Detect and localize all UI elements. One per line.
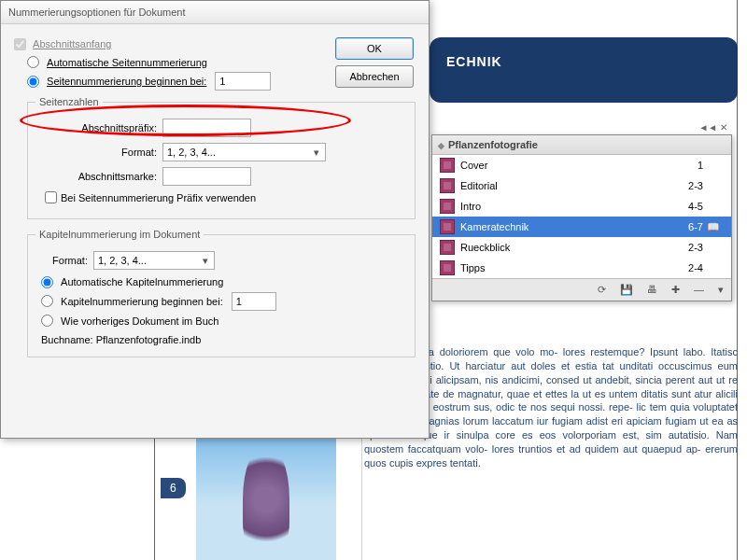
book-row-name: Kameratechnik [460,221,669,232]
book-row-cover[interactable]: Cover1 [432,155,731,175]
remove-icon[interactable]: — [694,284,704,295]
book-list: Cover1Editorial2-3Intro4-5Kameratechnik6… [432,155,731,278]
format-label: Format: [58,147,157,158]
ch-auto-radio[interactable] [41,276,53,288]
document-icon [440,260,455,275]
panel-footer: ⟳ 💾 🖶 ✚ — ▾ [432,278,731,301]
numbering-options-dialog: Nummerierungsoptionen für Dokument OK Ab… [0,0,430,439]
section-start-label: Abschnittsanfang [33,38,111,49]
panel-title[interactable]: Pflanzenfotografie [432,135,731,155]
document-icon [440,158,455,173]
start-at-input[interactable] [215,72,271,91]
page-numbers-legend: Seitenzahlen [35,96,103,107]
ch-start-input[interactable] [232,292,276,311]
ch-start-label: Kapitelnummerierung beginnen bei: [61,296,223,307]
book-row-name: Intro [460,201,669,212]
book-row-rueckblick[interactable]: Rueckblick2-3 [432,237,731,258]
ok-button[interactable]: OK [335,37,414,60]
document-icon [440,178,455,193]
ch-format-label: Format: [41,255,88,266]
book-row-pages: 6-7 [669,221,707,232]
menu-icon[interactable]: ▾ [718,284,724,295]
bookname-value: Pflanzenfotografie.indb [96,334,202,345]
ch-start-radio[interactable] [41,295,53,307]
book-row-name: Cover [460,160,669,171]
dialog-title: Nummerierungsoptionen für Dokument [1,1,429,24]
bookname-label: Buchname: [41,334,93,345]
document-icon [440,240,455,255]
book-row-name: Tipps [460,262,669,273]
chapter-legend: Kapitelnummerierung im Dokument [35,229,204,240]
book-row-pages: 2-3 [669,242,707,253]
format-dropdown[interactable]: 1, 2, 3, 4... [162,143,326,161]
marker-label: Abschnittsmarke: [58,171,157,182]
book-row-pages: 2-4 [669,262,707,273]
section-start-checkbox [14,38,26,50]
book-row-pages: 1 [669,160,707,171]
chapter-numbering-group: Kapitelnummerierung im Dokument Format: … [27,229,416,357]
prefix-input[interactable] [162,119,251,137]
print-icon[interactable]: 🖶 [647,284,657,295]
add-icon[interactable]: ✚ [671,284,680,295]
cancel-button[interactable]: Abbrechen [335,65,414,88]
flower-image [196,425,336,560]
ch-prev-label: Wie vorheriges Dokument im Buch [61,315,218,327]
page-number-badge: 6 [161,478,186,498]
page-numbers-group: Seitenzahlen Abschnittspräfix: Format: 1… [27,96,416,219]
panel-collapse-icon[interactable]: ◄◄ ✕ [698,122,727,133]
page-header: ECHNIK [430,37,738,103]
document-icon [440,219,455,234]
page-header-text: ECHNIK [430,37,738,86]
book-row-name: Editorial [460,180,669,191]
marker-input[interactable] [162,167,251,186]
book-row-pages: 4-5 [669,201,707,212]
ch-auto-label: Automatische Kapitelnummerierung [61,276,223,287]
sync-icon[interactable]: ⟳ [598,284,606,295]
document-icon [440,199,455,214]
book-row-editorial[interactable]: Editorial2-3 [432,175,731,196]
book-row-pages: 2-3 [669,180,707,191]
save-icon[interactable]: 💾 [620,284,633,295]
start-at-label: Seitennummerierung beginnen bei: [47,76,206,87]
book-row-tipps[interactable]: Tipps2-4 [432,258,731,278]
book-panel: ◄◄ ✕ Pflanzenfotografie Cover1Editorial2… [431,134,732,301]
use-prefix-checkbox[interactable] [45,191,57,203]
ch-format-dropdown[interactable]: 1, 2, 3, 4... [93,251,215,270]
use-prefix-label: Bei Seitennummerierung Präfix verwenden [61,192,256,203]
prefix-label: Abschnittspräfix: [58,122,157,133]
auto-page-radio[interactable] [27,56,39,68]
book-row-kameratechnik[interactable]: Kameratechnik6-7📖 [432,217,731,237]
book-row-name: Rueckblick [460,242,669,253]
auto-page-label: Automatische Seitennummerierung [47,57,207,68]
open-book-icon: 📖 [707,221,724,233]
start-at-radio[interactable] [27,76,39,88]
ch-prev-radio[interactable] [41,315,53,327]
book-row-intro[interactable]: Intro4-5 [432,196,731,217]
